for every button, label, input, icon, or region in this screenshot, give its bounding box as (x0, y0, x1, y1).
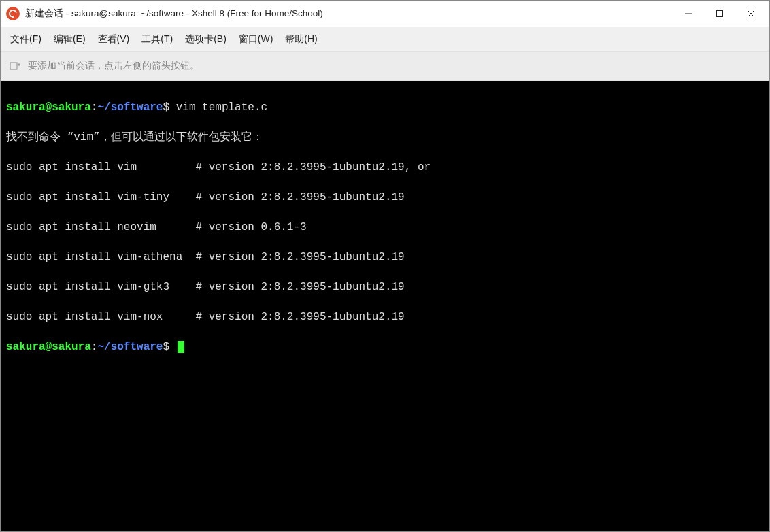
app-icon (6, 7, 20, 20)
terminal-line: sakura@sakura:~/software$ vim template.c (6, 100, 764, 115)
prompt-userhost: sakura@sakura (6, 341, 91, 353)
tabbar: 要添加当前会话，点击左侧的箭头按钮。 (1, 51, 769, 81)
window-controls (673, 2, 767, 25)
add-tab-icon[interactable] (9, 60, 21, 72)
terminal-line: sakura@sakura:~/software$ (6, 339, 764, 354)
menu-window[interactable]: 窗口(W) (237, 31, 275, 48)
terminal-output-line: sudo apt install vim-athena # version 2:… (6, 250, 764, 265)
prompt-path: ~/software (97, 341, 163, 353)
window-title: 新建会话 - sakura@sakura: ~/software - Xshel… (25, 7, 673, 20)
menu-help[interactable]: 帮助(H) (284, 31, 318, 48)
svg-rect-4 (10, 63, 17, 69)
terminal-error-line: 找不到命令 “vim”，但可以通过以下软件包安装它： (6, 130, 764, 145)
menu-view[interactable]: 查看(V) (97, 31, 131, 48)
titlebar: 新建会话 - sakura@sakura: ~/software - Xshel… (1, 1, 769, 27)
maximize-button[interactable] (704, 2, 735, 25)
menu-tabs[interactable]: 选项卡(B) (184, 31, 228, 48)
terminal-output-line: sudo apt install neovim # version 0.6.1-… (6, 220, 764, 235)
prompt-sep: : (91, 341, 98, 353)
minimize-button[interactable] (673, 2, 704, 25)
prompt-path: ~/software (97, 101, 163, 114)
cursor-icon (178, 341, 184, 353)
terminal-output-line: sudo apt install vim-gtk3 # version 2:8.… (6, 280, 764, 295)
terminal-output-line: sudo apt install vim-nox # version 2:8.2… (6, 310, 764, 325)
terminal[interactable]: sakura@sakura:~/software$ vim template.c… (1, 81, 769, 531)
terminal-output-line: sudo apt install vim-tiny # version 2:8.… (6, 190, 764, 205)
prompt-sign: $ (163, 101, 169, 114)
terminal-command: vim template.c (176, 101, 267, 114)
menubar: 文件(F) 编辑(E) 查看(V) 工具(T) 选项卡(B) 窗口(W) 帮助(… (1, 27, 769, 51)
terminal-output-line: sudo apt install vim # version 2:8.2.399… (6, 160, 764, 175)
prompt-sep: : (91, 101, 98, 114)
prompt-userhost: sakura@sakura (6, 101, 91, 114)
prompt-sign: $ (163, 341, 169, 353)
menu-tools[interactable]: 工具(T) (140, 31, 174, 48)
close-button[interactable] (735, 2, 767, 25)
menu-edit[interactable]: 编辑(E) (52, 31, 87, 48)
tabbar-hint: 要添加当前会话，点击左侧的箭头按钮。 (28, 60, 199, 72)
menu-file[interactable]: 文件(F) (9, 31, 43, 48)
svg-rect-1 (717, 11, 723, 17)
